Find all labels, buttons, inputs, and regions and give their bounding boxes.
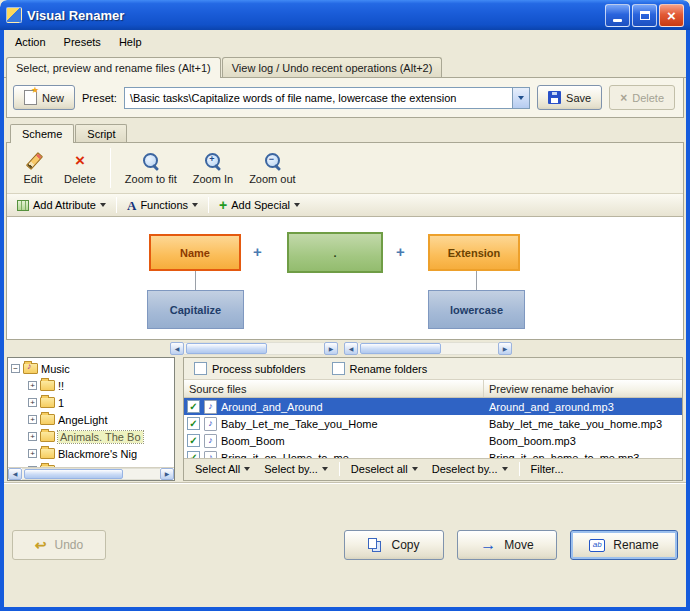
maximize-button[interactable]: [632, 4, 657, 27]
music-note-icon: ♪: [27, 362, 32, 371]
minimize-button[interactable]: [605, 4, 630, 27]
add-attribute-button[interactable]: Add Attribute: [10, 197, 113, 213]
bottom-bar: ↩ Undo Copy → Move ab Rename: [4, 483, 686, 608]
expand-icon[interactable]: +: [28, 449, 37, 458]
horizontal-splitter[interactable]: ◀ ▶ ◀ ▶: [4, 340, 686, 356]
tree-item[interactable]: + 1: [11, 394, 174, 411]
scroll-right-button[interactable]: ▶: [498, 342, 512, 355]
node-separator-dot[interactable]: .: [287, 232, 383, 273]
check-icon: ✓: [189, 436, 197, 446]
table-row[interactable]: ✓ ♪ Around_and_Around Around_and_around.…: [184, 398, 682, 415]
scroll-right-button[interactable]: ▶: [324, 342, 338, 355]
tab-select-preview-rename[interactable]: Select, preview and rename files (Alt+1): [6, 57, 221, 78]
tree-item[interactable]: + AngeLight: [11, 411, 174, 428]
combo-dropdown-button[interactable]: [512, 88, 529, 108]
selection-toolbar: Select All Select by... Deselect all Des…: [184, 458, 682, 480]
save-disk-icon: [548, 91, 561, 104]
row-checkbox[interactable]: ✓: [187, 434, 200, 447]
process-subfolders-option[interactable]: Process subfolders: [194, 362, 306, 375]
window-content: Action Presets Help Select, preview and …: [0, 30, 690, 611]
tab-scheme[interactable]: Scheme: [10, 124, 74, 143]
menu-help[interactable]: Help: [110, 33, 151, 51]
save-preset-button[interactable]: Save: [537, 85, 602, 110]
menu-action[interactable]: Action: [6, 33, 55, 51]
scroll-left-button[interactable]: ◀: [8, 468, 22, 480]
rename-folders-option[interactable]: Rename folders: [332, 362, 428, 375]
canvas-hscrollbar-right[interactable]: ◀ ▶: [344, 342, 512, 355]
select-by-button[interactable]: Select by...: [257, 460, 335, 478]
save-button-label: Save: [566, 92, 591, 104]
deselect-all-button[interactable]: Deselect all: [344, 460, 425, 478]
zoom-out-button[interactable]: − Zoom out: [242, 145, 302, 191]
expand-icon[interactable]: +: [28, 415, 37, 424]
deselect-by-button[interactable]: Deselect by...: [425, 460, 515, 478]
new-preset-button[interactable]: ★ New: [13, 85, 75, 110]
table-row[interactable]: ✓ ♪ Bring_it_on_Home_to_me Bring_it_on_h…: [184, 449, 682, 458]
toolbar-separator: [339, 462, 340, 476]
edit-button[interactable]: Edit: [11, 145, 55, 191]
preset-combobox[interactable]: \Basic tasks\Capitalize words of file na…: [124, 87, 530, 109]
tree-item[interactable]: + !!: [11, 377, 174, 394]
add-special-button[interactable]: + Add Special: [212, 197, 307, 214]
scrollbar-thumb[interactable]: [360, 343, 441, 354]
node-extension[interactable]: Extension: [428, 234, 520, 271]
process-subfolders-checkbox[interactable]: [194, 362, 207, 375]
chevron-down-icon: [100, 203, 106, 207]
row-checkbox[interactable]: ✓: [187, 400, 200, 413]
functions-a-icon: A: [127, 199, 136, 212]
titlebar[interactable]: Visual Renamer ×: [0, 0, 690, 30]
collapse-icon[interactable]: −: [11, 364, 20, 373]
zoom-in-button[interactable]: + Zoom In: [186, 145, 240, 191]
expand-icon[interactable]: +: [28, 398, 37, 407]
move-arrow-icon: →: [480, 537, 496, 553]
zoom-to-fit-button[interactable]: Zoom to fit: [118, 145, 184, 191]
scrollbar-track[interactable]: [184, 342, 324, 355]
move-button[interactable]: → Move: [457, 530, 557, 560]
table-row[interactable]: ✓ ♪ Boom_Boom Boom_boom.mp3: [184, 432, 682, 449]
scroll-left-button[interactable]: ◀: [170, 342, 184, 355]
zoom-fit-icon: [142, 152, 159, 170]
close-button[interactable]: ×: [659, 4, 684, 27]
column-source-files[interactable]: Source files: [184, 380, 484, 397]
scroll-right-button[interactable]: ▶: [160, 468, 174, 480]
tab-view-log-undo[interactable]: View log / Undo recent operations (Alt+2…: [222, 57, 443, 77]
delete-preset-button[interactable]: × Delete: [609, 85, 675, 110]
chevron-down-icon: [322, 467, 328, 471]
row-checkbox[interactable]: ✓: [187, 417, 200, 430]
rename-folders-checkbox[interactable]: [332, 362, 345, 375]
table-row[interactable]: ✓ ♪ Baby_Let_me_Take_you_Home Baby_let_m…: [184, 415, 682, 432]
maximize-icon: [640, 11, 650, 20]
scrollbar-thumb[interactable]: [186, 343, 267, 354]
source-filename: Baby_Let_me_Take_you_Home: [221, 418, 378, 430]
scheme-canvas[interactable]: Name + . + Extension Capitalize lowercas…: [7, 217, 683, 339]
tree-hscrollbar[interactable]: ◀ ▶: [8, 467, 174, 480]
tree-item-music[interactable]: − ♪ Music: [11, 360, 174, 377]
scroll-left-button[interactable]: ◀: [344, 342, 358, 355]
node-lowercase[interactable]: lowercase: [428, 290, 525, 329]
functions-button[interactable]: A Functions: [120, 197, 205, 214]
menu-presets[interactable]: Presets: [55, 33, 110, 51]
tree-item-selected[interactable]: + Animals. The Bo: [11, 428, 174, 445]
node-name[interactable]: Name: [149, 234, 241, 271]
folder-tree[interactable]: − ♪ Music + !! + 1 +: [8, 358, 174, 467]
tab-script[interactable]: Script: [75, 124, 127, 142]
file-list[interactable]: ✓ ♪ Around_and_Around Around_and_around.…: [184, 398, 682, 458]
filter-button[interactable]: Filter...: [524, 460, 571, 478]
canvas-hscrollbar-left[interactable]: ◀ ▶: [170, 342, 338, 355]
expand-icon[interactable]: +: [28, 381, 37, 390]
expand-icon[interactable]: +: [28, 432, 37, 441]
column-preview-rename[interactable]: Preview rename behavior: [484, 380, 682, 397]
tree-item[interactable]: + Blackmore's Nig: [11, 445, 174, 462]
undo-button[interactable]: ↩ Undo: [12, 530, 106, 560]
node-capitalize[interactable]: Capitalize: [147, 290, 244, 329]
rename-button[interactable]: ab Rename: [570, 530, 678, 560]
select-all-button[interactable]: Select All: [188, 460, 257, 478]
scrollbar-track[interactable]: [358, 342, 498, 355]
menubar: Action Presets Help: [4, 30, 686, 54]
scrollbar-thumb[interactable]: [24, 469, 123, 479]
arrow-left-icon: ◀: [13, 471, 18, 477]
copy-button[interactable]: Copy: [344, 530, 444, 560]
delete-node-button[interactable]: × Delete: [57, 145, 103, 191]
connector-line: [476, 271, 477, 290]
scrollbar-track[interactable]: [22, 468, 160, 480]
